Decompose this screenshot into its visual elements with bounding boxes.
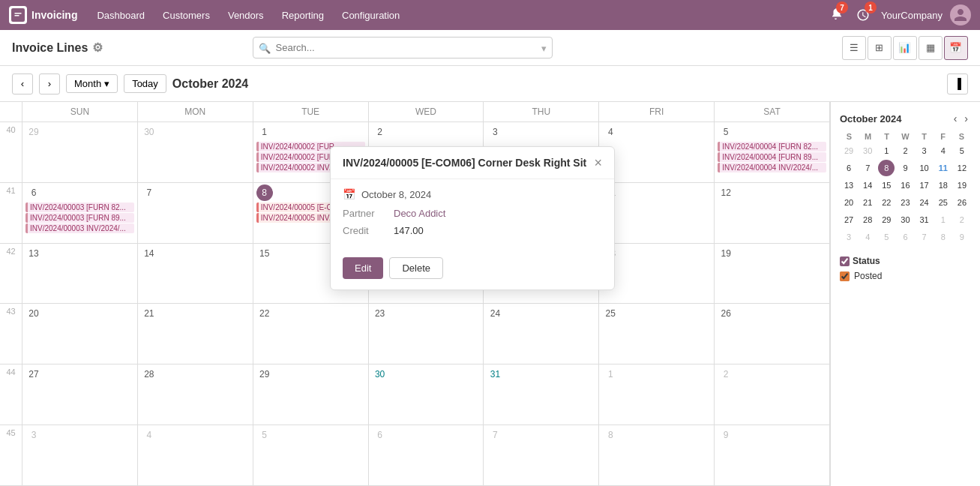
mini-day[interactable]: 25 [935, 194, 952, 211]
day-sep29[interactable]: 29 [22, 122, 138, 182]
mini-day[interactable]: 2 [897, 142, 913, 159]
nav-vendors[interactable]: Vendors [220, 7, 271, 24]
mini-day[interactable]: 24 [916, 194, 933, 211]
day-oct24[interactable]: 24 [484, 304, 599, 364]
mini-day[interactable]: 4 [935, 142, 952, 159]
mini-day[interactable]: 20 [841, 194, 857, 211]
day-oct21[interactable]: 21 [138, 304, 253, 364]
day-oct14[interactable]: 14 [138, 244, 253, 304]
mini-prev-button[interactable]: ‹ [951, 111, 961, 126]
mini-day[interactable]: 30 [897, 212, 913, 228]
mini-day[interactable]: 17 [916, 177, 933, 194]
mini-day[interactable]: 7 [859, 160, 876, 176]
day-nov1[interactable]: 1 [599, 364, 715, 424]
sidebar-toggle-button[interactable]: ▐ [947, 74, 968, 94]
day-oct7[interactable]: 7 [138, 183, 253, 243]
event-item[interactable]: INV/2024/00004 [FURN 82... [718, 142, 826, 152]
day-oct29[interactable]: 29 [253, 364, 369, 424]
mini-day[interactable]: 12 [954, 160, 970, 176]
calendar-view-button[interactable]: 📅 [944, 36, 968, 60]
edit-button[interactable]: Edit [343, 257, 383, 279]
day-oct4[interactable]: 4 [599, 122, 715, 182]
nav-customers[interactable]: Customers [155, 7, 217, 24]
mini-day[interactable]: 29 [878, 212, 895, 228]
mini-day[interactable]: 21 [859, 194, 876, 211]
mini-day[interactable]: 5 [954, 142, 970, 159]
day-oct13[interactable]: 13 [22, 244, 138, 304]
mini-day[interactable]: 6 [897, 229, 913, 245]
day-oct22[interactable]: 22 [253, 304, 369, 364]
day-oct27[interactable]: 27 [22, 364, 138, 424]
mini-day[interactable]: 28 [859, 212, 876, 228]
mini-day[interactable]: 16 [897, 177, 913, 194]
event-item[interactable]: INV/2024/00003 [FURN 89... [25, 213, 134, 223]
day-oct6[interactable]: 6 INV/2024/00003 [FURN 82... INV/2024/00… [22, 183, 138, 243]
day-oct5[interactable]: 5 INV/2024/00004 [FURN 82... INV/2024/00… [715, 122, 830, 182]
nav-reporting[interactable]: Reporting [274, 7, 331, 24]
status-filter-checkbox[interactable] [840, 256, 850, 266]
mini-day[interactable]: 8 [935, 229, 952, 245]
kanban-view-button[interactable]: ⊞ [868, 36, 892, 60]
mini-day[interactable]: 29 [841, 142, 857, 159]
mini-day[interactable]: 1 [935, 212, 952, 228]
mini-day-today[interactable]: 8 [878, 160, 895, 176]
mini-day[interactable]: 3 [841, 229, 857, 245]
notification-button[interactable]: 7 [824, 4, 845, 26]
search-dropdown-icon[interactable]: ▾ [541, 42, 547, 53]
mini-day[interactable]: 10 [916, 160, 933, 176]
mini-day[interactable]: 1 [878, 142, 895, 159]
mini-day[interactable]: 2 [954, 212, 970, 228]
mini-day[interactable]: 19 [954, 177, 970, 194]
day-nov6[interactable]: 6 [369, 425, 484, 485]
search-input[interactable] [253, 37, 553, 58]
day-nov7[interactable]: 7 [484, 425, 599, 485]
day-oct28[interactable]: 28 [138, 364, 253, 424]
mini-day[interactable]: 31 [916, 212, 933, 228]
brand[interactable]: Invoicing [9, 6, 77, 24]
day-nov9[interactable]: 9 [715, 425, 830, 485]
mini-day[interactable]: 4 [859, 229, 876, 245]
mini-day[interactable]: 9 [897, 160, 913, 176]
mini-day[interactable]: 5 [878, 229, 895, 245]
day-oct19[interactable]: 19 [715, 244, 830, 304]
user-avatar[interactable] [950, 4, 971, 26]
day-sep30[interactable]: 30 [138, 122, 253, 182]
mini-day[interactable]: 22 [878, 194, 895, 211]
day-nov2[interactable]: 2 [715, 364, 830, 424]
mini-day[interactable]: 13 [841, 177, 857, 194]
list-view-button[interactable]: ☰ [842, 36, 866, 60]
day-nov3[interactable]: 3 [22, 425, 138, 485]
day-oct18[interactable]: 18 [599, 244, 715, 304]
mini-next-button[interactable]: › [961, 111, 971, 126]
day-oct11[interactable]: 11 [599, 183, 715, 243]
next-period-button[interactable]: › [39, 74, 60, 94]
day-nov5[interactable]: 5 [253, 425, 369, 485]
posted-filter-checkbox[interactable] [840, 272, 850, 281]
day-oct12[interactable]: 12 [715, 183, 830, 243]
day-nov8[interactable]: 8 [599, 425, 715, 485]
mini-day[interactable]: 15 [878, 177, 895, 194]
clock-button[interactable]: 1 [853, 4, 874, 26]
prev-period-button[interactable]: ‹ [12, 74, 33, 94]
nav-configuration[interactable]: Configuration [334, 7, 407, 24]
day-oct20[interactable]: 20 [22, 304, 138, 364]
mini-day[interactable]: 7 [916, 229, 933, 245]
day-nov4[interactable]: 4 [138, 425, 253, 485]
day-oct26[interactable]: 26 [715, 304, 830, 364]
event-item[interactable]: INV/2024/00004 INV/2024/... [718, 163, 826, 172]
mini-day[interactable]: 9 [954, 229, 970, 245]
mini-day[interactable]: 11 [935, 160, 952, 176]
event-item[interactable]: INV/2024/00003 INV/2024/... [25, 224, 134, 233]
day-oct30[interactable]: 30 [369, 364, 484, 424]
mini-day[interactable]: 30 [859, 142, 876, 159]
mini-day[interactable]: 3 [916, 142, 933, 159]
period-selector-button[interactable]: Month ▾ [66, 74, 118, 93]
mini-day[interactable]: 6 [841, 160, 857, 176]
event-item[interactable]: INV/2024/00003 [FURN 82... [25, 202, 134, 212]
mini-day[interactable]: 27 [841, 212, 857, 228]
company-name[interactable]: YourCompany [881, 10, 943, 21]
mini-day[interactable]: 23 [897, 194, 913, 211]
settings-icon[interactable]: ⚙ [92, 40, 103, 55]
today-button[interactable]: Today [124, 74, 166, 93]
event-item[interactable]: INV/2024/00004 [FURN 89... [718, 152, 826, 162]
